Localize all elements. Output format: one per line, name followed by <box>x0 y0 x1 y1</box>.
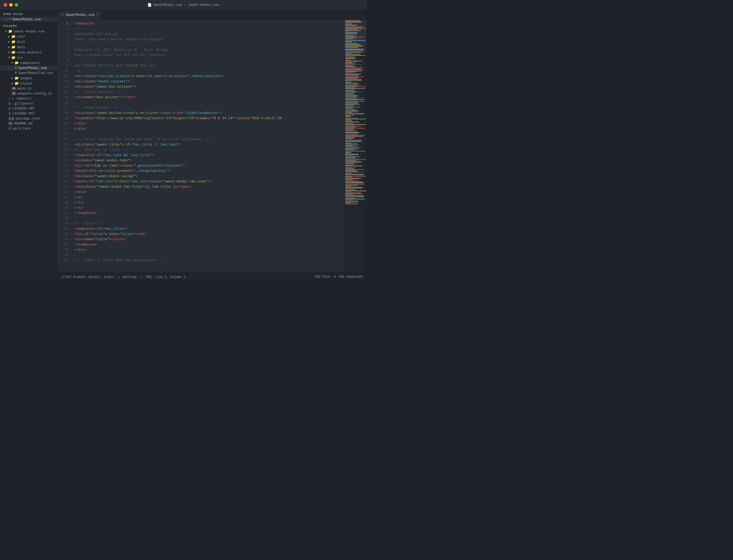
js-icon: JS <box>12 87 16 90</box>
code-line: </div> <box>71 247 344 253</box>
status-bar: ⎇ Git branch: master, index: ✓, working:… <box>58 273 366 280</box>
code-line: --> <box>71 68 344 74</box>
editor-area: V SweetModal.vue × 123456789101112131415… <box>58 10 366 280</box>
code-line: Sweet, easy and powerful modals and dial… <box>71 37 344 42</box>
file-sweetmodaltab-vue[interactable]: V SweetModalTab.vue <box>0 71 58 76</box>
file-icon: { } <box>8 97 14 100</box>
file-license-gpl[interactable]: ☰ LICENSE-GPL <box>0 106 58 111</box>
code-line: <template v-if="has_title"> <box>71 226 344 232</box>
file-yarn-lock[interactable]: ☰ yarn.lock <box>0 126 58 131</box>
folder-name: images <box>20 76 32 80</box>
folder-icon: 📁 <box>11 50 16 54</box>
code-line: <template> <box>71 21 344 26</box>
folder-icon: 📁 <box>14 81 19 86</box>
code-line: <!-- <box>71 26 344 32</box>
file-main-js[interactable]: JS main.js <box>0 86 58 91</box>
file-gitignore[interactable]: ☰ .gitignore <box>0 101 58 106</box>
filename: .babelrc <box>15 97 31 101</box>
code-line: Dual licensed under the MIT and GPL lice… <box>71 53 344 58</box>
folder-name: docs <box>17 45 25 49</box>
code-line: SweetModal for Vue.js <box>71 32 344 37</box>
status-left: ⎇ Git branch: master, index: ✓, working:… <box>61 275 185 279</box>
title-text: SweetModal.vue — sweet-modal-vue <box>153 3 219 7</box>
code-line: Copyright (c) 2017 Adepto.as AS · Oslo, … <box>71 47 344 53</box>
arrow-right-icon: ▶ <box>12 82 13 85</box>
filename: webpack.config.js <box>17 92 52 96</box>
maximize-button[interactable] <box>15 3 18 7</box>
open-file-sweetmodal[interactable]: ✕ V SweetModal.vue <box>0 17 58 22</box>
folder-open-icon: 📁 <box>11 56 16 60</box>
tab-size-text: Tab Size: 4 <box>314 275 335 279</box>
folder-conf[interactable]: ▶ 📁 conf <box>0 34 58 39</box>
filename: README.md <box>14 122 32 126</box>
code-line: <!-- Close Button --> <box>71 105 344 111</box>
folder-name: dist <box>17 40 25 44</box>
code-line <box>71 132 344 137</box>
arrow-right-icon: ▶ <box>8 46 10 49</box>
horizontal-scrollbar[interactable] <box>58 271 366 273</box>
file-icon: ☰ <box>8 127 11 130</box>
status-git-text: Git branch: master, index: ✓, working: ✓… <box>66 275 185 279</box>
minimize-button[interactable] <box>9 3 13 7</box>
code-line: <li v-for="tab in tabs" :class="_getClas… <box>71 163 344 168</box>
file-icon: ☰ <box>8 112 11 115</box>
code-line: <a href="#" v-on:click.prevent="_changeT… <box>71 168 344 174</box>
window-controls[interactable] <box>4 3 18 7</box>
folder-images[interactable]: ▶ 📁 images <box>0 76 58 81</box>
open-filename: SweetModal.vue <box>12 17 41 21</box>
filename: SweetModalTab.vue <box>18 71 53 75</box>
code-line: </div> <box>71 189 344 195</box>
folder-docs[interactable]: ▶ 📁 docs <box>0 44 58 50</box>
code-line: <svg xmlns="http://www.w3.org/2000/svg" … <box>71 116 344 121</box>
folder-icon: 📁 <box>11 34 16 39</box>
code-line: <div class="sweet-modal-valign"> <box>71 174 344 179</box>
code-line: </ul> <box>71 205 344 211</box>
close-button[interactable] <box>4 3 7 7</box>
code-editor: 1234567891011121314151617181920212223242… <box>58 19 366 271</box>
filename: SweetModal.vue <box>18 66 47 70</box>
code-line: </div> <box>71 121 344 126</box>
vue-icon: V <box>9 17 11 21</box>
tab-sweetmodal[interactable]: V SweetModal.vue × <box>58 10 102 19</box>
code-line: <span v-if="tab.icon" v-html="tab.icon" … <box>71 179 344 184</box>
arrow-down-icon: ▼ <box>8 56 10 59</box>
folder-src[interactable]: ▼ 📁 src <box>0 55 58 60</box>
code-line: <ul class="sweet-modal-tabs"> <box>71 158 344 163</box>
folder-components[interactable]: ▼ 📁 components <box>0 60 58 66</box>
close-file-icon[interactable]: ✕ <box>5 18 7 21</box>
folder-node-modules[interactable]: ▶ 📁 node_modules <box>0 50 58 55</box>
vue-file-icon: V <box>15 66 17 70</box>
vue-file-icon: V <box>15 71 17 75</box>
arrow-right-icon: ▶ <box>12 77 13 80</box>
file-babelrc[interactable]: { } .babelrc <box>0 96 58 101</box>
folder-icon: 📁 <box>11 40 16 44</box>
folder-name: conf <box>17 35 25 39</box>
folder-dist[interactable]: ▶ 📁 dist <box>0 39 58 44</box>
arrow-right-icon: ▶ <box>8 40 10 43</box>
folder-icon: 📁 <box>14 76 19 80</box>
file-sweetmodal-vue[interactable]: V SweetModal.vue <box>0 66 58 71</box>
window-title: 📄 SweetModal.vue — sweet-modal-vue <box>147 3 219 7</box>
git-branch-icon: ⎇ <box>61 275 65 279</box>
code-line: <h2 v-if="title" v-html="title"></h2> <box>71 232 344 237</box>
code-line: <!-- Custom Actions --> <box>71 89 344 95</box>
sidebar: OPEN FILES ✕ V SweetModal.vue FOLDERS ▼ … <box>0 10 58 280</box>
file-icon: ☰ <box>8 107 11 110</box>
code-line: </div> <box>71 126 344 132</box>
status-right: Tab Size: 4 Vue Component <box>314 275 363 279</box>
folder-sweet-modal-vue[interactable]: ▼ 📁 sweet-modal-vue <box>0 29 58 34</box>
folder-icon: 📁 <box>11 45 16 49</box>
code-line: <slot name="box-action"></slot> <box>71 95 344 100</box>
arrow-right-icon: ▶ <box>8 51 10 54</box>
file-readme-md[interactable]: MD README.md <box>0 121 58 126</box>
folder-styles[interactable]: ▶ 📁 styles <box>0 81 58 86</box>
file-license-mit[interactable]: ☰ LICENSE-MIT <box>0 111 58 116</box>
arrow-down-icon: ▼ <box>5 30 7 33</box>
code-content[interactable]: <template> <!-- SweetModal for Vue.js Sw… <box>71 19 344 271</box>
file-webpack-config-js[interactable]: JS webpack.config.js <box>0 91 58 96</box>
filename: package.json <box>16 117 40 121</box>
folder-name: node_modules <box>17 51 42 54</box>
tab-bar: V SweetModal.vue × <box>58 10 366 19</box>
file-package-json[interactable]: { } package.json <box>0 116 58 121</box>
tab-close-button[interactable]: × <box>97 13 98 17</box>
